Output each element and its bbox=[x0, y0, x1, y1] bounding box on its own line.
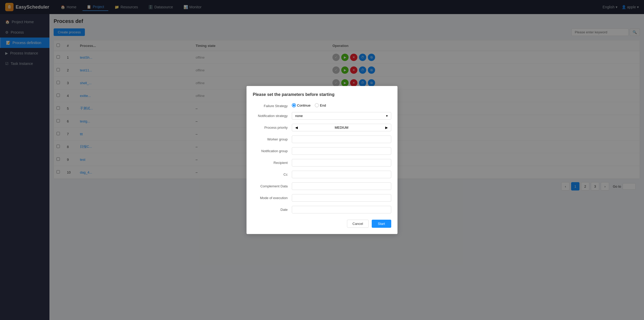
mode-execution-row: Mode of execution bbox=[253, 194, 391, 202]
date-label: Date bbox=[253, 206, 292, 212]
continue-dot bbox=[293, 104, 295, 106]
date-row: Date 《 ‹ › 》 bbox=[253, 206, 391, 213]
worker-group-row: Worker group bbox=[253, 136, 391, 143]
recipient-label: Recipient bbox=[253, 159, 292, 165]
process-priority-select[interactable]: ◀ MEDIUM ▶ bbox=[292, 124, 391, 131]
continue-radio[interactable] bbox=[292, 103, 296, 107]
complement-data-row: Complement Data bbox=[253, 182, 391, 190]
complement-data-control bbox=[292, 182, 391, 190]
complement-data-input[interactable] bbox=[292, 182, 391, 190]
failure-strategy-label: Failure Strategy bbox=[253, 102, 292, 108]
date-input[interactable] bbox=[292, 206, 391, 213]
cc-input[interactable] bbox=[292, 171, 391, 178]
complement-data-label: Complement Data bbox=[253, 182, 292, 188]
failure-strategy-row: Failure Strategy Continue End bbox=[253, 102, 391, 108]
notification-strategy-label: Notification strategy bbox=[253, 112, 292, 118]
continue-option[interactable]: Continue bbox=[292, 103, 311, 107]
modal-dialog: Please set the parameters before startin… bbox=[247, 86, 397, 234]
mode-execution-label: Mode of execution bbox=[253, 194, 292, 200]
recipient-input[interactable] bbox=[292, 159, 391, 167]
process-priority-row: Process priority ◀ MEDIUM ▶ bbox=[253, 124, 391, 131]
notification-group-label: Notification group bbox=[253, 147, 292, 153]
failure-strategy-options: Continue End bbox=[292, 102, 391, 107]
cc-control bbox=[292, 171, 391, 178]
notification-group-control bbox=[292, 147, 391, 155]
recipient-control bbox=[292, 159, 391, 167]
priority-arrow-left: ◀ bbox=[295, 126, 298, 130]
modal-overlay: Please set the parameters before startin… bbox=[0, 0, 644, 320]
modal-footer: Cancel Start bbox=[253, 220, 391, 228]
mode-execution-input[interactable] bbox=[292, 194, 391, 202]
priority-arrow-right: ▶ bbox=[385, 126, 388, 130]
date-control[interactable]: 《 ‹ › 》 2019 May bbox=[292, 206, 391, 213]
failure-strategy-control: Continue End bbox=[292, 102, 391, 107]
end-option[interactable]: End bbox=[315, 103, 326, 107]
notification-strategy-row: Notification strategy none ▾ bbox=[253, 112, 391, 120]
modal-cancel-button[interactable]: Cancel bbox=[347, 220, 368, 228]
worker-group-control bbox=[292, 136, 391, 143]
process-priority-control: ◀ MEDIUM ▶ bbox=[292, 124, 391, 131]
recipient-row: Recipient bbox=[253, 159, 391, 167]
notification-group-input[interactable] bbox=[292, 147, 391, 155]
modal-start-button[interactable]: Start bbox=[372, 220, 391, 228]
cc-row: Cc bbox=[253, 171, 391, 178]
cc-label: Cc bbox=[253, 171, 292, 176]
modal-title: Please set the parameters before startin… bbox=[253, 92, 391, 97]
worker-group-label: Worker group bbox=[253, 136, 292, 141]
process-priority-label: Process priority bbox=[253, 124, 292, 130]
notification-strategy-select[interactable]: none ▾ bbox=[292, 112, 391, 120]
notification-strategy-control: none ▾ bbox=[292, 112, 391, 120]
worker-group-input[interactable] bbox=[292, 136, 391, 143]
select-chevron-icon: ▾ bbox=[386, 114, 388, 118]
notification-group-row: Notification group bbox=[253, 147, 391, 155]
end-radio[interactable] bbox=[315, 103, 319, 107]
mode-execution-control bbox=[292, 194, 391, 202]
